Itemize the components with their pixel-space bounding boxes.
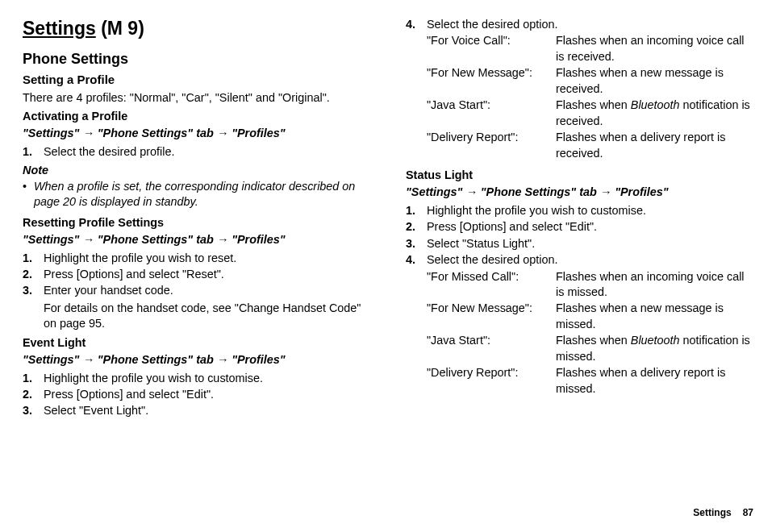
status-light-heading: Status Light [406, 168, 753, 183]
step-number: 2. [23, 387, 44, 402]
left-column: Settings (M 9) Phone Settings Setting a … [23, 16, 370, 498]
step-text: Highlight the profile you wish to reset. [44, 251, 370, 266]
step: 3.Enter your handset code. [23, 283, 370, 298]
step-number: 3. [23, 283, 44, 298]
step-text: Select "Event Light". [44, 403, 370, 418]
footer-page-number: 87 [743, 506, 753, 519]
option-key: "For Voice Call": [427, 33, 556, 64]
option-row: "For Missed Call":Flashes when an incomi… [427, 269, 753, 301]
step-text: Highlight the profile you wish to custom… [44, 371, 370, 386]
step-text: Select the desired option. [427, 17, 753, 32]
option-value: Flashes when a delivery report is receiv… [556, 130, 753, 161]
option-key: "For Missed Call": [427, 269, 556, 301]
option-row: "Delivery Report":Flashes when a deliver… [427, 365, 753, 397]
option-row: "Java Start":Flashes when Bluetooth noti… [427, 98, 753, 129]
title-suffix: (M 9) [101, 18, 144, 39]
reset-steps: 1.Highlight the profile you wish to rese… [23, 251, 370, 299]
step: 2.Press [Options] and select "Edit". [406, 219, 753, 235]
step-text: Enter your handset code. [44, 283, 370, 298]
event-options: "For Voice Call":Flashes when an incomin… [406, 33, 753, 161]
nav-path: "Settings" → "Phone Settings" tab → "Pro… [23, 232, 370, 247]
note-list: •When a profile is set, the correspondin… [23, 179, 370, 210]
footer-section: Settings [693, 506, 731, 519]
nav-path: "Settings" → "Phone Settings" tab → "Pro… [23, 352, 370, 368]
event-steps: 1.Highlight the profile you wish to cust… [23, 371, 370, 419]
step-text: Press [Options] and select "Edit". [44, 387, 370, 402]
step-number: 1. [23, 251, 44, 266]
reset-heading: Resetting Profile Settings [23, 215, 370, 231]
step-number: 4. [406, 252, 427, 268]
step: 2.Press [Options] and select "Reset". [23, 267, 370, 282]
step: 3.Select "Event Light". [23, 403, 370, 418]
option-key: "For New Message": [427, 65, 556, 97]
step-number: 1. [23, 371, 44, 386]
step: 1.Highlight the profile you wish to cust… [23, 371, 370, 386]
option-row: "For New Message":Flashes when a new mes… [427, 301, 753, 332]
right-column: 4.Select the desired option. "For Voice … [406, 16, 753, 498]
option-row: "Delivery Report":Flashes when a deliver… [427, 130, 753, 161]
step: 4.Select the desired option. [406, 252, 753, 268]
option-key: "For New Message": [427, 301, 556, 332]
option-row: "For Voice Call":Flashes when an incomin… [427, 33, 753, 64]
bluetooth-term: Bluetooth [631, 334, 680, 347]
option-value: Flashes when Bluetooth notification is r… [556, 98, 753, 129]
option-row: "Java Start":Flashes when Bluetooth noti… [427, 333, 753, 364]
reset-subtext: For details on the handset code, see "Ch… [44, 301, 370, 332]
step-text: Press [Options] and select "Reset". [44, 267, 370, 282]
option-value: Flashes when Bluetooth notification is m… [556, 333, 753, 364]
option-value: Flashes when an incoming voice call is m… [556, 269, 753, 301]
step-text: Highlight the profile you wish to custom… [427, 203, 753, 218]
step-number: 2. [406, 219, 427, 235]
step-number: 4. [406, 17, 427, 32]
step-text: Select the desired option. [427, 252, 753, 268]
setting-profile-body: There are 4 profiles: "Normal", "Car", "… [23, 90, 370, 106]
step: 3.Select "Status Light". [406, 236, 753, 251]
nav-path: "Settings" → "Phone Settings" tab → "Pro… [23, 126, 370, 141]
activate-steps: 1.Select the desired profile. [23, 144, 370, 160]
step: 2.Press [Options] and select "Edit". [23, 387, 370, 402]
step-text: Select "Status Light". [427, 236, 753, 251]
note-text: When a profile is set, the corresponding… [34, 179, 370, 210]
step-number: 1. [406, 203, 427, 218]
option-value: Flashes when a delivery report is missed… [556, 365, 753, 397]
option-key: "Delivery Report": [427, 130, 556, 161]
option-value: Flashes when a new message is missed. [556, 301, 753, 332]
bluetooth-term: Bluetooth [631, 98, 680, 111]
note-item: •When a profile is set, the correspondin… [23, 179, 370, 210]
option-row: "For New Message":Flashes when a new mes… [427, 65, 753, 97]
status-steps: 1.Highlight the profile you wish to cust… [406, 203, 753, 268]
step: 1.Highlight the profile you wish to rese… [23, 251, 370, 266]
step: 1.Select the desired profile. [23, 144, 370, 160]
status-options: "For Missed Call":Flashes when an incomi… [406, 269, 753, 397]
step-number: 3. [406, 236, 427, 251]
setting-profile-heading: Setting a Profile [23, 72, 370, 88]
option-key: "Delivery Report": [427, 365, 556, 397]
bullet-icon: • [23, 179, 34, 210]
step-text: Press [Options] and select "Edit". [427, 219, 753, 235]
page-footer: Settings 87 [23, 506, 753, 519]
step-text: Select the desired profile. [44, 144, 370, 160]
option-key: "Java Start": [427, 333, 556, 364]
note-label: Note [23, 163, 370, 178]
phone-settings-heading: Phone Settings [23, 49, 370, 69]
nav-path: "Settings" → "Phone Settings" tab → "Pro… [406, 185, 753, 200]
activating-profile-heading: Activating a Profile [23, 109, 370, 124]
option-value: Flashes when a new message is received. [556, 65, 753, 97]
step: 1.Highlight the profile you wish to cust… [406, 203, 753, 218]
option-key: "Java Start": [427, 98, 556, 129]
step-number: 3. [23, 403, 44, 418]
step-number: 2. [23, 267, 44, 282]
event-steps-cont: 4.Select the desired option. [406, 17, 753, 32]
title-text: Settings [23, 18, 96, 39]
page-title: Settings (M 9) [23, 16, 370, 41]
step-number: 1. [23, 144, 44, 160]
event-light-heading: Event Light [23, 335, 370, 351]
option-value: Flashes when an incoming voice call is r… [556, 33, 753, 64]
step: 4.Select the desired option. [406, 17, 753, 32]
